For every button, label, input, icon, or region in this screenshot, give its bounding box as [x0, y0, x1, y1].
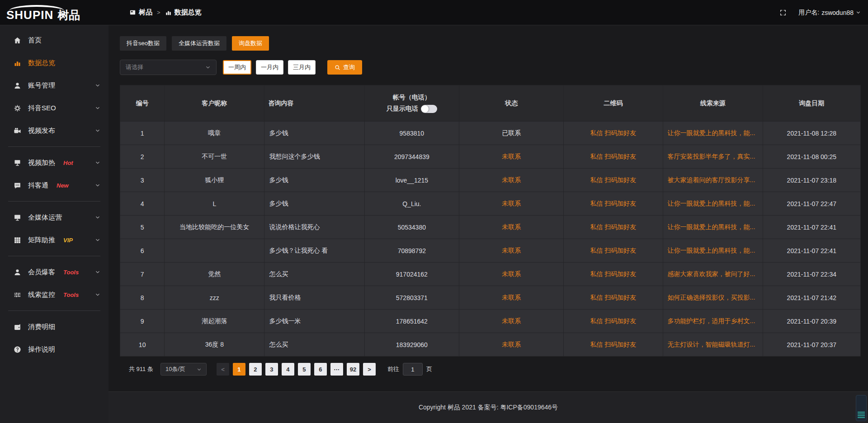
sidebar-badge: Tools — [63, 291, 79, 298]
cell-nickname: 36度 8 — [165, 333, 264, 357]
user-menu[interactable]: 用户名: zswodun88 — [798, 9, 861, 17]
fullscreen-icon[interactable] — [779, 9, 787, 16]
cell-qrcode-link[interactable]: 私信 扫码加好友 — [564, 192, 663, 216]
cell-source-link[interactable]: 让你一眼就爱上的黑科技，能... — [663, 192, 763, 216]
cell-no: 5 — [120, 216, 165, 239]
phone-toggle-label: 只显示电话 — [387, 105, 418, 113]
question-icon — [14, 346, 21, 353]
cell-nickname: 觉然 — [165, 263, 264, 286]
cell-status: 未联系 — [459, 263, 564, 286]
cell-qrcode-link[interactable]: 私信 扫码加好友 — [564, 169, 663, 192]
cell-content: 多少钱 — [264, 192, 364, 216]
cell-source-link[interactable]: 感谢大家喜欢我家，被问了好... — [663, 263, 763, 286]
chat-icon — [14, 182, 21, 189]
page-button[interactable]: ··· — [330, 363, 343, 376]
chevron-down-icon — [95, 292, 100, 297]
table-row: 6 多少钱？让我死心 看 70898792 未联系 私信 扫码加好友 让你一眼就… — [120, 239, 861, 263]
cell-nickname: 当地比较能吃的一位美女 — [165, 216, 264, 239]
sidebar-item-media-ops[interactable]: 全媒体运营 — [0, 206, 108, 229]
cell-qrcode-link[interactable]: 私信 扫码加好友 — [564, 310, 663, 333]
cell-content: 多少钱 — [264, 122, 364, 145]
page-button[interactable]: 92 — [347, 363, 359, 376]
user-icon — [14, 82, 21, 89]
sidebar-item-douketong[interactable]: 抖客通 New — [0, 174, 108, 197]
search-icon — [335, 65, 340, 70]
sidebar-item-clue-monitor[interactable]: 线索监控 Tools — [0, 283, 108, 306]
cell-source-link[interactable]: 多功能护栏灯，适用于乡村文... — [663, 310, 763, 333]
sidebar-item-video-publish[interactable]: 视频发布 — [0, 119, 108, 142]
sidebar-menu: 首页 数据总览 账号管理 抖音SEO 视频发布 视频加热 Hot 抖客通 — [0, 29, 108, 361]
table-row: 1 哦章 多少钱 9583810 已联系 私信 扫码加好友 让你一眼就爱上的黑科… — [120, 122, 861, 145]
breadcrumb-label: 树品 — [139, 8, 152, 17]
cell-qrcode-link[interactable]: 私信 扫码加好友 — [564, 216, 663, 239]
page-button[interactable]: 1 — [233, 363, 245, 376]
col-header-qrcode: 二维码 — [564, 85, 663, 122]
search-button[interactable]: 查询 — [327, 60, 362, 75]
page-button[interactable]: 5 — [298, 363, 311, 376]
grid-icon — [14, 236, 21, 244]
cell-no: 6 — [120, 239, 165, 263]
cell-content: 说说价格让我死心 — [264, 216, 364, 239]
page-button[interactable]: 4 — [282, 363, 294, 376]
data-tabs: 抖音seo数据全媒体运营数据询盘数据 — [120, 36, 861, 51]
page-button[interactable]: 3 — [265, 363, 278, 376]
next-page-button[interactable]: > — [363, 363, 376, 376]
cell-source-link[interactable]: 如何正确选择投影仪，买投影... — [663, 286, 763, 310]
cell-qrcode-link[interactable]: 私信 扫码加好友 — [564, 333, 663, 357]
tab-2[interactable]: 询盘数据 — [232, 36, 269, 51]
sidebar-item-douyin-seo[interactable]: 抖音SEO — [0, 97, 108, 119]
sidebar-item-overview[interactable]: 数据总览 — [0, 52, 108, 74]
cell-account: 178651642 — [364, 310, 459, 333]
cell-source-link[interactable]: 被大家追着问的客厅投影分享... — [663, 169, 763, 192]
sidebar-badge: New — [57, 182, 69, 189]
tab-0[interactable]: 抖音seo数据 — [120, 36, 166, 51]
topbar: SHUPIN 树品 树品 > 数据总览 用户名: zswodun88 — [0, 0, 868, 25]
period-buttons: 一周内一月内三月内 — [223, 60, 316, 75]
sidebar-item-account[interactable]: 账号管理 — [0, 74, 108, 97]
cell-qrcode-link[interactable]: 私信 扫码加好友 — [564, 286, 663, 310]
cell-source-link[interactable]: 让你一眼就爱上的黑科技，能... — [663, 239, 763, 263]
wallet-icon — [14, 323, 21, 331]
tab-1[interactable]: 全媒体运营数据 — [172, 36, 226, 51]
cell-date: 2021-11-07 21:42 — [763, 286, 860, 310]
page-button[interactable]: 2 — [249, 363, 262, 376]
username-label: 用户名: — [798, 9, 819, 17]
sidebar-badge: Tools — [63, 269, 79, 276]
cell-nickname — [165, 239, 264, 263]
account-select[interactable]: 请选择 — [120, 60, 217, 75]
goto-label: 前往 — [387, 365, 399, 373]
table-row: 2 不可一世 我想问这个多少钱 2097344839 未联系 私信 扫码加好友 … — [120, 145, 861, 169]
period-button[interactable]: 一月内 — [256, 60, 283, 75]
cell-date: 2021-11-07 22:41 — [763, 216, 860, 239]
col-header-content: 咨询内容 — [264, 85, 364, 122]
cell-source-link[interactable]: 让你一眼就爱上的黑科技，能... — [663, 122, 763, 145]
cell-source-link[interactable]: 无主灯设计，智能磁吸轨道灯... — [663, 333, 763, 357]
gear-icon — [14, 104, 21, 112]
breadcrumb-item-overview[interactable]: 数据总览 — [165, 8, 202, 17]
cell-source-link[interactable]: 客厅安装投影半年多了，真实... — [663, 145, 763, 169]
prev-page-button[interactable]: < — [217, 363, 229, 376]
cell-qrcode-link[interactable]: 私信 扫码加好友 — [564, 122, 663, 145]
breadcrumb-item-shupin[interactable]: 树品 — [129, 8, 152, 17]
sidebar-item-matrix-boost[interactable]: 矩阵助推 VIP — [0, 229, 108, 251]
cell-content: 多少钱一米 — [264, 310, 364, 333]
period-button[interactable]: 三月内 — [288, 60, 316, 75]
period-button[interactable]: 一周内 — [223, 60, 251, 75]
cell-qrcode-link[interactable]: 私信 扫码加好友 — [564, 239, 663, 263]
logo[interactable]: SHUPIN 树品 — [0, 5, 108, 21]
sidebar-item-help[interactable]: 操作说明 — [0, 338, 108, 361]
browser-extension-widget — [856, 395, 867, 421]
sidebar-item-video-heat[interactable]: 视频加热 Hot — [0, 151, 108, 174]
cell-qrcode-link[interactable]: 私信 扫码加好友 — [564, 145, 663, 169]
page-button[interactable]: 6 — [314, 363, 327, 376]
phone-only-toggle[interactable] — [421, 105, 437, 113]
sidebar-item-consume-detail[interactable]: 消费明细 — [0, 315, 108, 338]
cell-qrcode-link[interactable]: 私信 扫码加好友 — [564, 263, 663, 286]
page-size-select[interactable]: 10条/页 — [160, 363, 207, 376]
widget-bars — [858, 412, 865, 419]
cell-source-link[interactable]: 让你一眼就爱上的黑科技，能... — [663, 216, 763, 239]
sidebar-item-home[interactable]: 首页 — [0, 29, 108, 52]
sidebar-item-member-burst[interactable]: 会员爆客 Tools — [0, 261, 108, 283]
table-row: 7 觉然 怎么买 917024162 未联系 私信 扫码加好友 感谢大家喜欢我家… — [120, 263, 861, 286]
goto-page-input[interactable] — [403, 363, 423, 376]
